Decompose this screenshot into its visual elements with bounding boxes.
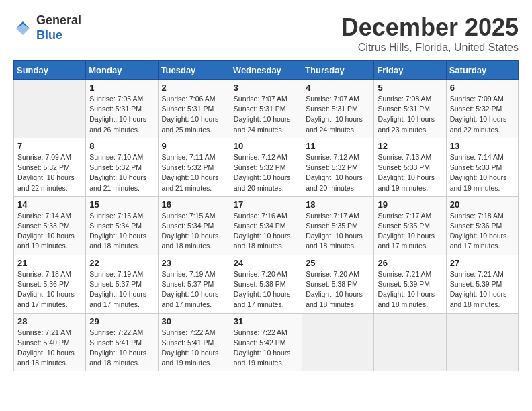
day-info: Sunrise: 7:17 AMSunset: 5:35 PMDaylight:…	[378, 211, 442, 252]
day-info: Sunrise: 7:21 AMSunset: 5:40 PMDaylight:…	[17, 328, 82, 369]
day-number: 28	[17, 316, 82, 326]
calendar-week-2: 7Sunrise: 7:09 AMSunset: 5:32 PMDaylight…	[14, 138, 519, 196]
calendar-cell: 12Sunrise: 7:13 AMSunset: 5:33 PMDayligh…	[374, 138, 446, 196]
day-number: 22	[89, 258, 154, 268]
logo-blue: Blue	[36, 28, 62, 42]
calendar-cell: 6Sunrise: 7:09 AMSunset: 5:32 PMDaylight…	[446, 80, 518, 138]
day-number: 4	[306, 83, 370, 93]
calendar-cell: 28Sunrise: 7:21 AMSunset: 5:40 PMDayligh…	[14, 313, 86, 371]
calendar-cell: 27Sunrise: 7:21 AMSunset: 5:39 PMDayligh…	[446, 255, 518, 313]
day-number: 26	[378, 258, 442, 268]
calendar-cell: 25Sunrise: 7:20 AMSunset: 5:38 PMDayligh…	[302, 255, 374, 313]
day-info: Sunrise: 7:18 AMSunset: 5:36 PMDaylight:…	[450, 211, 515, 252]
title-block: December 2025 Citrus Hills, Florida, Uni…	[341, 13, 519, 54]
day-number: 17	[234, 199, 298, 210]
calendar-cell: 16Sunrise: 7:15 AMSunset: 5:34 PMDayligh…	[158, 196, 230, 255]
calendar-week-1: 1Sunrise: 7:05 AMSunset: 5:31 PMDaylight…	[14, 80, 519, 138]
day-number: 1	[89, 83, 154, 93]
header-saturday: Saturday	[446, 61, 518, 80]
calendar-cell	[302, 313, 374, 371]
day-number: 12	[378, 141, 442, 151]
calendar-cell: 15Sunrise: 7:15 AMSunset: 5:34 PMDayligh…	[86, 196, 158, 255]
day-number: 2	[162, 83, 226, 93]
day-info: Sunrise: 7:21 AMSunset: 5:39 PMDaylight:…	[378, 269, 442, 310]
day-number: 7	[17, 141, 82, 151]
header-wednesday: Wednesday	[230, 61, 302, 80]
day-number: 21	[17, 258, 82, 268]
day-info: Sunrise: 7:07 AMSunset: 5:31 PMDaylight:…	[234, 94, 298, 135]
day-info: Sunrise: 7:10 AMSunset: 5:32 PMDaylight:…	[89, 152, 154, 193]
day-info: Sunrise: 7:20 AMSunset: 5:38 PMDaylight:…	[306, 269, 370, 310]
day-number: 19	[378, 199, 442, 210]
day-number: 9	[162, 141, 226, 151]
calendar-cell	[14, 80, 86, 138]
calendar-cell: 19Sunrise: 7:17 AMSunset: 5:35 PMDayligh…	[374, 196, 446, 255]
calendar-cell: 10Sunrise: 7:12 AMSunset: 5:32 PMDayligh…	[230, 138, 302, 196]
day-number: 15	[89, 199, 154, 210]
day-number: 29	[89, 316, 154, 326]
day-info: Sunrise: 7:19 AMSunset: 5:37 PMDaylight:…	[89, 269, 154, 310]
day-info: Sunrise: 7:16 AMSunset: 5:34 PMDaylight:…	[234, 211, 298, 252]
calendar-cell: 24Sunrise: 7:20 AMSunset: 5:38 PMDayligh…	[230, 255, 302, 313]
calendar-week-3: 14Sunrise: 7:14 AMSunset: 5:33 PMDayligh…	[14, 196, 519, 255]
day-number: 13	[450, 141, 515, 151]
calendar-cell: 30Sunrise: 7:22 AMSunset: 5:41 PMDayligh…	[158, 313, 230, 371]
calendar-week-5: 28Sunrise: 7:21 AMSunset: 5:40 PMDayligh…	[14, 313, 519, 371]
day-info: Sunrise: 7:17 AMSunset: 5:35 PMDaylight:…	[306, 211, 370, 252]
day-info: Sunrise: 7:22 AMSunset: 5:41 PMDaylight:…	[89, 328, 154, 369]
calendar-cell: 5Sunrise: 7:08 AMSunset: 5:31 PMDaylight…	[374, 80, 446, 138]
day-number: 23	[162, 258, 226, 268]
calendar-cell: 17Sunrise: 7:16 AMSunset: 5:34 PMDayligh…	[230, 196, 302, 255]
calendar-table: SundayMondayTuesdayWednesdayThursdayFrid…	[13, 60, 519, 371]
day-info: Sunrise: 7:12 AMSunset: 5:32 PMDaylight:…	[234, 152, 298, 193]
calendar-cell	[374, 313, 446, 371]
day-info: Sunrise: 7:09 AMSunset: 5:32 PMDaylight:…	[17, 152, 82, 193]
calendar-week-4: 21Sunrise: 7:18 AMSunset: 5:36 PMDayligh…	[14, 255, 519, 313]
calendar-cell: 20Sunrise: 7:18 AMSunset: 5:36 PMDayligh…	[446, 196, 518, 255]
logo: General Blue	[13, 13, 81, 42]
svg-marker-1	[16, 24, 30, 35]
day-number: 3	[234, 83, 298, 93]
day-number: 25	[306, 258, 370, 268]
day-number: 24	[234, 258, 298, 268]
day-info: Sunrise: 7:14 AMSunset: 5:33 PMDaylight:…	[17, 211, 82, 252]
header-friday: Friday	[374, 61, 446, 80]
page-header: General Blue December 2025 Citrus Hills,…	[13, 13, 519, 54]
calendar-cell: 3Sunrise: 7:07 AMSunset: 5:31 PMDaylight…	[230, 80, 302, 138]
day-number: 10	[234, 141, 298, 151]
calendar-cell: 23Sunrise: 7:19 AMSunset: 5:37 PMDayligh…	[158, 255, 230, 313]
day-info: Sunrise: 7:15 AMSunset: 5:34 PMDaylight:…	[162, 211, 226, 252]
day-info: Sunrise: 7:05 AMSunset: 5:31 PMDaylight:…	[89, 94, 154, 135]
logo-text: General Blue	[36, 13, 81, 42]
day-info: Sunrise: 7:13 AMSunset: 5:33 PMDaylight:…	[378, 152, 442, 193]
day-info: Sunrise: 7:20 AMSunset: 5:38 PMDaylight:…	[234, 269, 298, 310]
calendar-cell	[446, 313, 518, 371]
calendar-cell: 13Sunrise: 7:14 AMSunset: 5:33 PMDayligh…	[446, 138, 518, 196]
calendar-cell: 7Sunrise: 7:09 AMSunset: 5:32 PMDaylight…	[14, 138, 86, 196]
day-info: Sunrise: 7:14 AMSunset: 5:33 PMDaylight:…	[450, 152, 515, 193]
header-monday: Monday	[86, 61, 158, 80]
day-number: 14	[17, 199, 82, 210]
day-number: 30	[162, 316, 226, 326]
day-info: Sunrise: 7:08 AMSunset: 5:31 PMDaylight:…	[378, 94, 442, 135]
calendar-cell: 22Sunrise: 7:19 AMSunset: 5:37 PMDayligh…	[86, 255, 158, 313]
day-number: 31	[234, 316, 298, 326]
day-info: Sunrise: 7:18 AMSunset: 5:36 PMDaylight:…	[17, 269, 82, 310]
day-number: 18	[306, 199, 370, 210]
logo-icon	[13, 19, 32, 38]
day-info: Sunrise: 7:09 AMSunset: 5:32 PMDaylight:…	[450, 94, 515, 135]
day-number: 5	[378, 83, 442, 93]
header-sunday: Sunday	[14, 61, 86, 80]
calendar-cell: 31Sunrise: 7:22 AMSunset: 5:42 PMDayligh…	[230, 313, 302, 371]
calendar-cell: 8Sunrise: 7:10 AMSunset: 5:32 PMDaylight…	[86, 138, 158, 196]
logo-general: General	[36, 13, 81, 27]
calendar-cell: 9Sunrise: 7:11 AMSunset: 5:32 PMDaylight…	[158, 138, 230, 196]
location: Citrus Hills, Florida, United States	[341, 42, 519, 54]
day-number: 16	[162, 199, 226, 210]
day-info: Sunrise: 7:19 AMSunset: 5:37 PMDaylight:…	[162, 269, 226, 310]
day-info: Sunrise: 7:06 AMSunset: 5:31 PMDaylight:…	[162, 94, 226, 135]
day-number: 20	[450, 199, 515, 210]
calendar-cell: 4Sunrise: 7:07 AMSunset: 5:31 PMDaylight…	[302, 80, 374, 138]
day-info: Sunrise: 7:07 AMSunset: 5:31 PMDaylight:…	[306, 94, 370, 135]
calendar-cell: 26Sunrise: 7:21 AMSunset: 5:39 PMDayligh…	[374, 255, 446, 313]
